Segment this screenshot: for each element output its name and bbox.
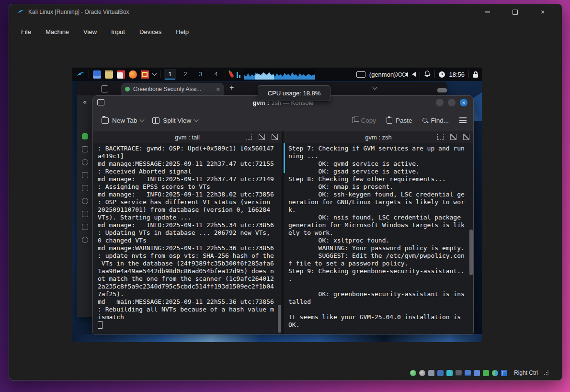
menu-view[interactable]: View bbox=[76, 25, 104, 38]
gsa-sidebar-icon[interactable] bbox=[82, 159, 88, 165]
terminal-line: : Received Aborted signal bbox=[98, 168, 278, 175]
konsole-window[interactable]: gvm : zsh — Konsole × New Tab Split V bbox=[92, 95, 474, 334]
workspace-4[interactable]: 4 bbox=[210, 69, 222, 80]
status-display-icon[interactable] bbox=[465, 370, 471, 376]
gsa-sidebar-icon[interactable] bbox=[82, 185, 88, 191]
terminal-line: : Rebuilding all NVTs because of a hash … bbox=[98, 306, 278, 313]
terminal-line: : Updating VTs in database ... 206792 ne… bbox=[98, 229, 278, 237]
terminal-cursor bbox=[98, 321, 103, 329]
search-icon bbox=[422, 118, 427, 123]
file-manager-icon[interactable] bbox=[93, 70, 101, 79]
folder-icon[interactable] bbox=[105, 70, 113, 79]
pane-header[interactable]: gvm : zsh bbox=[284, 131, 473, 143]
lock-icon[interactable] bbox=[473, 74, 478, 78]
close-split-icon[interactable] bbox=[272, 134, 278, 140]
red-app-icon[interactable] bbox=[141, 70, 149, 79]
terminal-line: OK: xsltproc found. bbox=[288, 237, 469, 244]
menu-help[interactable]: Help bbox=[169, 25, 196, 38]
gsa-sidebar-icon[interactable] bbox=[82, 172, 88, 178]
status-audio-icon[interactable] bbox=[428, 370, 434, 376]
terminal-line: : BACKTRACE: gvmd: OSP: Upd(+0x589c1) [0… bbox=[98, 145, 278, 152]
pane-header[interactable]: gvm : tail bbox=[93, 131, 282, 143]
gsa-sidebar-icon[interactable] bbox=[82, 237, 88, 243]
paste-icon bbox=[387, 117, 392, 124]
close-tab-icon[interactable]: × bbox=[216, 86, 220, 93]
maximize-button[interactable] bbox=[508, 6, 522, 18]
paste-button[interactable]: Paste bbox=[387, 117, 412, 124]
close-button[interactable]: × bbox=[536, 6, 549, 18]
scrollbar[interactable] bbox=[278, 143, 281, 333]
keyboard-icon[interactable] bbox=[356, 71, 365, 78]
hamburger-menu-icon[interactable] bbox=[459, 120, 467, 121]
cpu-usage-tooltip: CPU usage: 18.8% bbox=[258, 85, 331, 101]
close-split-icon[interactable] bbox=[463, 134, 469, 140]
paste-label: Paste bbox=[396, 117, 412, 124]
konsole-pane-right[interactable]: gvm : zsh Step 7: Checking if GVM servic… bbox=[284, 131, 473, 334]
menu-input[interactable]: Input bbox=[104, 25, 132, 38]
minimize-button[interactable] bbox=[480, 6, 494, 18]
status-mouse-icon[interactable] bbox=[492, 370, 498, 376]
terminal-line: ismatch bbox=[98, 313, 278, 321]
scrollbar-thumb[interactable] bbox=[278, 305, 281, 333]
new-tab-button[interactable]: New Tab bbox=[102, 117, 144, 124]
split-view-button[interactable]: Split View bbox=[152, 117, 198, 124]
gsa-sidebar-icon[interactable] bbox=[82, 224, 88, 230]
workspace-1[interactable]: 1 bbox=[164, 69, 176, 80]
workspace-3[interactable]: 3 bbox=[195, 69, 206, 80]
scrollbar-thumb[interactable] bbox=[469, 230, 473, 275]
clock-label[interactable]: 18:56 bbox=[449, 71, 465, 78]
kali-menu-icon[interactable] bbox=[76, 70, 85, 79]
terminal-line: Step 8: Checking few other requirements.… bbox=[288, 175, 469, 183]
konsole-minimize-button[interactable] bbox=[436, 99, 444, 106]
bell-icon[interactable] bbox=[424, 70, 431, 78]
resize-grip[interactable] bbox=[544, 370, 548, 375]
copy-label: Copy bbox=[361, 117, 376, 124]
kali-panel: 1 2 3 4 (genmon)XXX 18:56 bbox=[72, 68, 482, 81]
find-button[interactable]: Find... bbox=[422, 117, 449, 124]
konsole-pane-left[interactable]: gvm : tail : BACKTRACE: gvmd: OSP: Upd(+… bbox=[93, 131, 282, 334]
terminal-line: neration for GNU/Linux targets is likely… bbox=[288, 198, 469, 206]
copy-button[interactable]: Copy bbox=[352, 117, 376, 124]
status-features-icon[interactable] bbox=[483, 370, 489, 376]
firefox-icon[interactable] bbox=[129, 70, 137, 79]
split-move-icon[interactable] bbox=[259, 134, 265, 140]
status-usb-icon[interactable] bbox=[446, 370, 453, 376]
workspace-2[interactable]: 2 bbox=[180, 69, 191, 80]
terminal-line: OK: ssh-keygen found, LSC credential ge bbox=[288, 191, 469, 198]
sidebar-collapse-icon[interactable]: « bbox=[83, 98, 86, 105]
maximize-pane-icon[interactable] bbox=[246, 134, 252, 140]
split-move-icon[interactable] bbox=[450, 134, 456, 140]
genmon-label[interactable]: (genmon)XXX bbox=[369, 71, 409, 78]
menu-file[interactable]: File bbox=[14, 25, 38, 38]
gsa-sidebar-icon[interactable] bbox=[82, 146, 88, 152]
browser-tab[interactable]: Greenbone Security Assi... × bbox=[121, 83, 224, 95]
terminal-output[interactable]: : BACKTRACE: gvmd: OSP: Upd(+0x589c1) [0… bbox=[93, 143, 282, 334]
status-recording-icon[interactable] bbox=[474, 370, 480, 376]
cpu-graph[interactable] bbox=[244, 69, 315, 80]
terminal-line: 2a235c8f5a9c2340d795c5cbdc514ff193d1509e… bbox=[98, 283, 278, 290]
speaker-icon[interactable] bbox=[412, 72, 416, 77]
status-optical-icon[interactable] bbox=[419, 370, 425, 376]
konsole-maximize-button[interactable] bbox=[448, 99, 456, 106]
menu-devices[interactable]: Devices bbox=[132, 25, 169, 38]
status-hdd-icon[interactable] bbox=[410, 370, 416, 376]
gsa-logo-icon[interactable] bbox=[82, 133, 88, 139]
vm-display[interactable]: 1 2 3 4 (genmon)XXX 18:56 bbox=[72, 68, 482, 342]
text-editor-icon[interactable] bbox=[117, 70, 125, 79]
new-tab-icon[interactable]: + bbox=[229, 83, 234, 92]
tab-overview-icon[interactable] bbox=[101, 85, 108, 92]
terminal-output[interactable]: Step 7: Checking if GVM services are up … bbox=[284, 143, 473, 334]
status-keyboard-icon[interactable] bbox=[501, 370, 507, 376]
status-network-icon[interactable] bbox=[437, 370, 444, 376]
tab-list-chevron-icon[interactable] bbox=[373, 85, 377, 90]
terminal-line: k. bbox=[288, 206, 469, 214]
gsa-sidebar-icon[interactable] bbox=[82, 198, 88, 204]
panel-overflow-chevron-icon[interactable] bbox=[152, 71, 157, 76]
scrollbar[interactable] bbox=[469, 143, 473, 333]
virtualbox-titlebar[interactable]: Kali Linux [Running] - Oracle VirtualBox… bbox=[9, 4, 562, 20]
konsole-close-button[interactable]: × bbox=[460, 99, 467, 106]
menu-machine[interactable]: Machine bbox=[38, 25, 76, 38]
status-sharedfolders-icon[interactable] bbox=[456, 370, 462, 376]
gsa-sidebar-icon[interactable] bbox=[82, 211, 88, 217]
maximize-pane-icon[interactable] bbox=[437, 134, 444, 140]
